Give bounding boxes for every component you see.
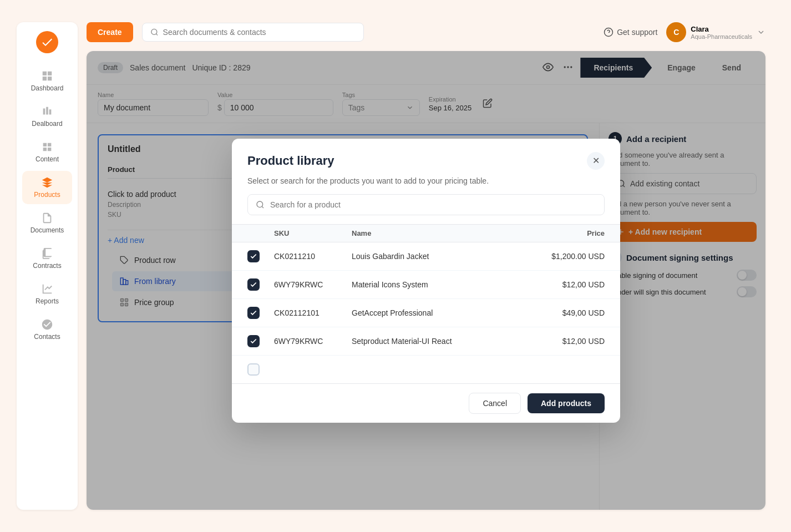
support-icon xyxy=(604,27,613,37)
chevron-down-icon xyxy=(757,28,765,37)
search-bar xyxy=(142,23,364,42)
sidebar-item-dealboard-label: Dealboard xyxy=(32,120,62,128)
contracts-icon xyxy=(41,247,53,260)
table-row: CK02112101 GetAccept Professional $49,00… xyxy=(232,299,620,327)
sidebar-item-reports[interactable]: Reports xyxy=(22,277,72,311)
sidebar-item-documents[interactable]: Documents xyxy=(22,206,72,240)
support-label: Get support xyxy=(617,28,657,37)
products-icon xyxy=(41,176,53,189)
product-search-input[interactable] xyxy=(270,200,596,209)
product-checkbox-4[interactable] xyxy=(247,335,260,347)
modal-overlay[interactable]: Product library ✕ Select or search for t… xyxy=(87,51,765,510)
modal-subtitle: Select or search for the products you wa… xyxy=(232,176,620,194)
support-button[interactable]: Get support xyxy=(604,27,657,37)
user-details: Clara Aqua-Pharmaceuticals xyxy=(691,25,752,40)
checkmark-icon xyxy=(250,281,257,288)
name-header: Name xyxy=(352,229,527,237)
sidebar-item-contacts-label: Contacts xyxy=(34,333,60,341)
modal-close-button[interactable]: ✕ xyxy=(587,152,605,170)
product-name-2: Material Icons System xyxy=(352,280,527,289)
sku-3: CK02112101 xyxy=(274,308,352,317)
search-input[interactable] xyxy=(163,28,356,37)
product-price-2: $12,00 USD xyxy=(527,280,605,289)
app-logo xyxy=(36,31,58,53)
cancel-button[interactable]: Cancel xyxy=(469,393,521,414)
select-all-header xyxy=(247,229,274,237)
sidebar-item-reports-label: Reports xyxy=(36,297,59,305)
product-price-3: $49,00 USD xyxy=(527,308,605,317)
search-icon xyxy=(150,28,159,37)
product-checkbox-2[interactable] xyxy=(247,278,260,291)
documents-icon xyxy=(41,212,53,224)
sidebar-item-content-label: Content xyxy=(36,155,59,163)
checkmark-icon xyxy=(250,309,257,317)
table-row: 6WY79KRWC Setproduct Material-UI React $… xyxy=(232,327,620,356)
sidebar-item-content[interactable]: Content xyxy=(22,135,72,169)
document-area: Draft Sales document Unique ID : 2829 xyxy=(87,51,765,510)
checkmark-icon xyxy=(250,252,257,260)
sku-4: 6WY79KRWC xyxy=(274,337,352,346)
user-info[interactable]: C Clara Aqua-Pharmaceuticals xyxy=(666,22,765,42)
sku-1: CK0211210 xyxy=(274,252,352,261)
sidebar-item-dealboard[interactable]: Dealboard xyxy=(22,100,72,133)
main-content: Create Get support C xyxy=(87,22,765,510)
product-price-1: $1,200.00 USD xyxy=(527,252,605,261)
sidebar: Dashboard Dealboard Content xyxy=(17,22,78,510)
product-name-1: Louis Gabardin Jacket xyxy=(352,252,527,261)
content-icon xyxy=(41,141,53,153)
table-row: 6WY79KRWC Material Icons System $12,00 U… xyxy=(232,271,620,299)
product-name-3: GetAccept Professional xyxy=(352,308,527,317)
sidebar-item-contracts[interactable]: Contracts xyxy=(22,242,72,275)
product-name-4: Setproduct Material-UI React xyxy=(352,337,527,346)
sidebar-item-dashboard[interactable]: Dashboard xyxy=(22,64,72,98)
modal-title: Product library xyxy=(247,154,334,168)
sidebar-item-products[interactable]: Products xyxy=(22,171,72,204)
add-products-button[interactable]: Add products xyxy=(528,393,605,413)
table-row xyxy=(232,356,620,383)
avatar: C xyxy=(666,22,686,42)
product-checkbox-5[interactable] xyxy=(247,363,260,376)
sidebar-item-dashboard-label: Dashboard xyxy=(31,84,64,92)
sku-2: 6WY79KRWC xyxy=(274,280,352,289)
product-price-4: $12,00 USD xyxy=(527,337,605,346)
product-checkbox-3[interactable] xyxy=(247,307,260,319)
svg-point-17 xyxy=(257,201,263,207)
dealboard-icon xyxy=(41,105,53,118)
topbar-right: Get support C Clara Aqua-Pharmaceuticals xyxy=(604,22,765,42)
user-name: Clara xyxy=(691,25,752,33)
modal-table: SKU Name Price CK0211210 Louis Gab xyxy=(232,224,620,383)
checkmark-icon xyxy=(250,337,257,345)
dashboard-icon xyxy=(41,70,53,82)
contacts-icon xyxy=(41,318,53,331)
create-button[interactable]: Create xyxy=(87,22,133,42)
modal-header: Product library ✕ xyxy=(232,139,620,176)
sidebar-item-contacts[interactable]: Contacts xyxy=(22,313,72,346)
topbar: Create Get support C xyxy=(87,22,765,42)
table-header: SKU Name Price xyxy=(232,224,620,242)
product-checkbox-1[interactable] xyxy=(247,250,260,262)
user-company: Aqua-Pharmaceuticals xyxy=(691,33,752,40)
modal-search-icon xyxy=(256,200,265,209)
table-row: CK0211210 Louis Gabardin Jacket $1,200.0… xyxy=(232,242,620,271)
svg-point-0 xyxy=(151,29,156,34)
price-header: Price xyxy=(527,229,605,237)
sidebar-item-products-label: Products xyxy=(34,191,60,199)
sku-header: SKU xyxy=(274,229,352,237)
product-library-modal: Product library ✕ Select or search for t… xyxy=(232,139,620,423)
modal-footer: Cancel Add products xyxy=(232,383,620,423)
sidebar-item-documents-label: Documents xyxy=(31,226,64,234)
sidebar-item-contracts-label: Contracts xyxy=(33,262,61,270)
reports-icon xyxy=(41,283,53,295)
modal-search xyxy=(247,194,605,215)
